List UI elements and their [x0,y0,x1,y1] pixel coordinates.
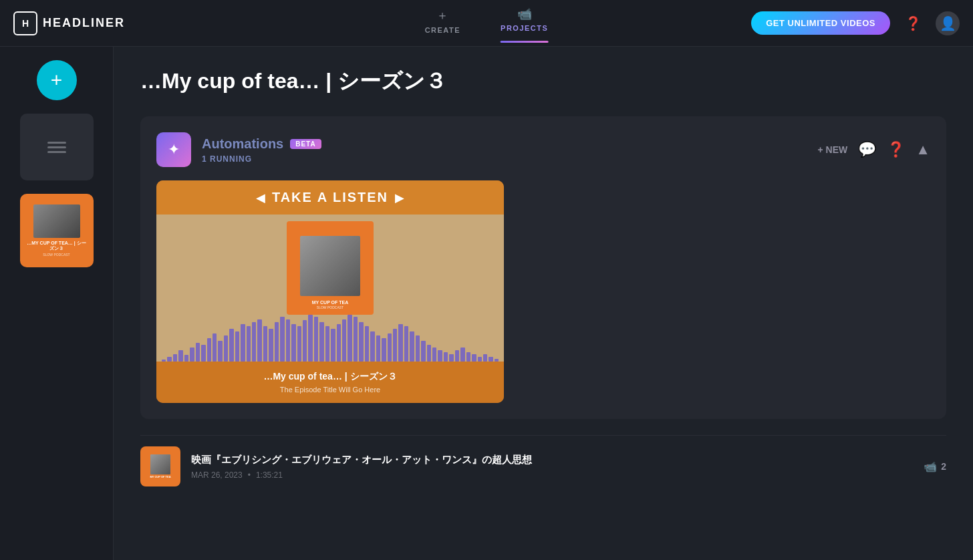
speaker-left-icon: ◀ [256,190,265,205]
nav-item-create[interactable]: ＋ CREATE [425,7,460,39]
running-label: 1 RUNNING [202,154,321,164]
waveform-bar [398,324,402,362]
waveform-bar [275,322,279,362]
video-preview-header: ◀ TAKE A LISTEN ▶ [156,180,504,215]
user-account-button[interactable]: 👤 [936,11,960,35]
menu-line-3 [47,151,66,153]
video-camera-icon: 📹 [517,7,532,21]
waveform-bar [201,345,205,362]
episode-item[interactable]: MY CUP OF TEA 映画『エブリシング・エブリウェア・オール・アット・ワ… [140,435,946,497]
waveform-bar [325,326,329,362]
header-right: GET UNLIMITED VIDEOS ❓ 👤 [751,11,960,35]
plus-icon: + [51,69,63,92]
thumb-subtitle-text: SLOW PODCAST [43,253,70,257]
main-content: …My cup of tea… | シーズン３ ✦ Automations BE… [114,47,973,560]
waveform-bar [247,326,251,362]
waveform-bar [472,354,476,362]
episode-thumb-title: MY CUP OF TEA [150,476,170,478]
episode-info: 映画『エブリシング・エブリウェア・オール・アット・ワンス』の超人思想 MAR 2… [191,454,913,480]
waveform-bar [466,352,470,362]
menu-lines [47,142,66,153]
waveform-bar [376,335,380,362]
new-automation-button[interactable]: + NEW [817,144,847,155]
waveform-bar [393,329,397,362]
auto-title-area: Automations BETA 1 RUNNING [202,136,321,164]
episode-actions: 📹 2 [924,460,946,473]
video-count-area: 📹 2 [924,460,946,473]
waveform-bar [297,326,301,362]
collapse-button[interactable]: ▲ [916,141,930,158]
video-count-number: 2 [941,461,946,472]
automations-title: Automations [202,136,283,152]
waveform-bar [382,338,386,362]
auto-title-row: Automations BETA [202,136,321,152]
video-middle: MY CUP OF TEA SLOW PODCAST [156,215,504,362]
meta-separator: • [248,470,251,480]
waveform-bar [348,315,352,362]
waveform-bar [229,329,233,362]
menu-line-1 [47,142,66,144]
waveform-bar [421,341,425,362]
waveform-bar [218,341,222,362]
header: H HEADLINER ＋ CREATE 📹 PROJECTS GET UNLI… [0,0,973,47]
waveform-bar [308,315,312,362]
chat-icon-button[interactable]: 💬 [858,141,876,158]
waveform-bar [455,350,459,362]
waveform-bar [331,329,335,362]
waveform-bar [410,331,414,362]
chevron-up-icon: ▲ [916,141,930,158]
video-preview-card[interactable]: ◀ TAKE A LISTEN ▶ MY CUP OF TEA SLOW POD… [156,180,504,403]
nav-item-projects[interactable]: 📹 PROJECTS [501,7,548,39]
add-podcast-button[interactable]: + [37,60,77,100]
waveform-bar [269,329,273,362]
cover-person-image [300,236,360,296]
waveform-bar [196,343,200,362]
beta-badge: BETA [290,139,321,149]
waveform-bar [280,317,284,362]
waveform-bar [319,322,323,362]
podcast-thumbnail[interactable]: …My cup of tea… | シーズン３ SLOW PODCAST [20,194,94,267]
waveform-bar [444,352,448,362]
automations-section: ✦ Automations BETA 1 RUNNING + NEW 💬 [140,116,946,419]
waveform-bar [388,333,392,362]
sidebar: + …My cup of tea… | シーズン３ SLOW PODCAST [0,47,114,560]
unlimited-videos-button[interactable]: GET UNLIMITED VIDEOS [751,11,890,35]
waveform-bar [337,324,341,362]
footer-subtitle-text: The Episode Title Will Go Here [280,386,380,394]
thumb-title-text: …My cup of tea… | シーズン３ [25,241,88,252]
logo[interactable]: H HEADLINER [13,11,125,35]
waveform-bar [173,354,177,362]
waveform-bar [224,335,228,362]
waveform-bar [167,357,171,362]
waveform-bar [365,326,369,362]
waveform-bar [354,317,358,362]
waveform-bar [207,338,211,362]
waveform-bar [184,355,188,362]
header-nav: ＋ CREATE 📹 PROJECTS [425,7,549,39]
help-button[interactable]: ❓ [901,11,925,35]
nav-label-projects: PROJECTS [501,24,548,32]
waveform-bar [489,357,493,362]
automations-help-button[interactable]: ❓ [887,141,905,158]
waveform-bar [438,350,442,362]
footer-title-text: …My cup of tea… | シーズン３ [263,371,396,383]
podcast-cover-art: MY CUP OF TEA SLOW PODCAST [287,221,374,315]
automations-icon: ✦ [156,132,191,167]
speaker-right-icon: ▶ [395,190,404,205]
waveform-bar [235,331,239,362]
automations-header: ✦ Automations BETA 1 RUNNING + NEW 💬 [156,132,930,167]
cover-subtitle-text: SLOW PODCAST [317,305,343,309]
waveform-bar [370,331,374,362]
page-title: …My cup of tea… | シーズン３ [140,67,946,96]
sidebar-menu-card[interactable] [20,114,94,180]
episode-thumb-image [150,454,170,474]
episode-thumb-content: MY CUP OF TEA [140,446,180,486]
waveform-bar [178,350,182,362]
waveform-bar [342,319,346,362]
waveform-area [156,308,504,362]
video-header-text: TAKE A LISTEN [272,190,388,205]
user-icon: 👤 [940,15,956,31]
waveform-bar [495,359,499,362]
waveform-bar [291,324,295,362]
waveform-bar [263,326,267,362]
